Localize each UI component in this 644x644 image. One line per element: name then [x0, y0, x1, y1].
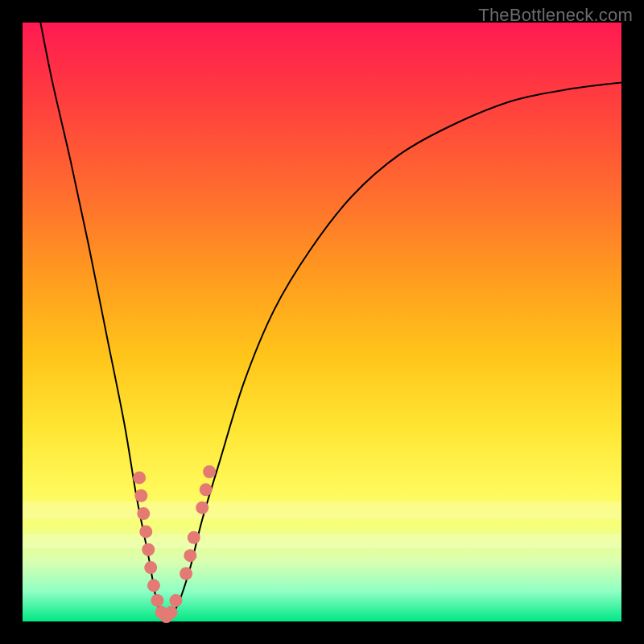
data-marker	[184, 549, 196, 562]
data-marker	[139, 525, 152, 538]
data-marker	[203, 465, 216, 478]
chart-frame: TheBottleneck.com	[0, 0, 644, 644]
plot-area	[23, 23, 621, 621]
bottleneck-curve	[40, 23, 621, 621]
data-marker	[147, 579, 160, 592]
data-marker	[142, 543, 155, 556]
chart-svg	[23, 23, 621, 621]
data-marker	[180, 567, 192, 580]
data-marker	[196, 502, 208, 514]
watermark-text: TheBottleneck.com	[478, 5, 633, 26]
data-marker	[144, 561, 157, 574]
data-marker	[151, 594, 163, 607]
data-marker	[165, 606, 178, 619]
data-marker	[134, 489, 147, 502]
data-marker	[137, 507, 150, 520]
data-marker	[188, 531, 200, 544]
data-marker	[200, 483, 213, 496]
marker-group	[133, 465, 216, 623]
data-marker	[169, 594, 182, 607]
data-marker	[133, 471, 146, 484]
